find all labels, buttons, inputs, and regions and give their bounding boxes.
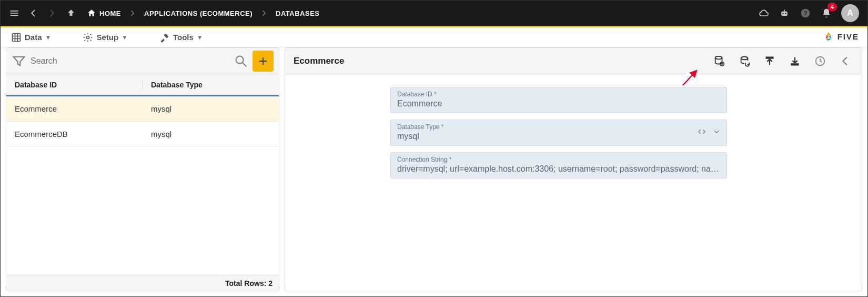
home-icon bbox=[87, 8, 96, 18]
brand-text: FIVE bbox=[837, 32, 859, 41]
breadcrumb-label: HOME bbox=[99, 9, 121, 17]
back-arrow-icon[interactable] bbox=[837, 53, 853, 69]
plus-icon bbox=[257, 55, 269, 67]
field-value: mysql bbox=[397, 131, 720, 141]
svg-text:?: ? bbox=[803, 9, 807, 16]
field-label: Database ID * bbox=[397, 91, 720, 98]
menu-data[interactable]: Data ▼ bbox=[6, 30, 56, 45]
cell-db-id: EcommerceDB bbox=[6, 130, 143, 138]
list-column-headers: Database ID Database Type bbox=[6, 74, 279, 96]
gear-icon bbox=[83, 32, 93, 43]
menu-bar: Data ▼ Setup ▼ Tools ▼ FIVE bbox=[1, 27, 867, 47]
field-database-type[interactable]: Database Type * mysql bbox=[390, 120, 727, 146]
hamburger-menu-icon[interactable] bbox=[5, 4, 24, 23]
field-value: Ecommerce bbox=[397, 98, 720, 108]
menu-label: Data bbox=[25, 33, 42, 42]
svg-point-9 bbox=[715, 56, 722, 59]
upload-icon[interactable] bbox=[762, 53, 778, 69]
list-rows: Ecommerce mysql EcommerceDB mysql bbox=[6, 96, 279, 275]
column-header-id[interactable]: Database ID bbox=[6, 81, 143, 89]
svg-rect-6 bbox=[13, 33, 21, 41]
download-icon[interactable] bbox=[787, 53, 803, 69]
svg-rect-0 bbox=[781, 12, 788, 16]
list-footer-total: Total Rows: 2 bbox=[6, 275, 279, 291]
svg-point-7 bbox=[87, 36, 89, 38]
field-connection-string[interactable]: Connection String * driver=mysql; url=ex… bbox=[390, 152, 727, 179]
column-header-type[interactable]: Database Type bbox=[143, 81, 279, 89]
caret-down-icon: ▼ bbox=[45, 34, 52, 41]
brand-mark-icon bbox=[823, 31, 834, 42]
database-detail-panel: Ecommerce bbox=[285, 47, 862, 291]
svg-point-11 bbox=[741, 56, 748, 60]
avatar-letter: A bbox=[847, 8, 853, 18]
add-database-button[interactable] bbox=[253, 51, 274, 72]
create-table-icon[interactable] bbox=[711, 53, 727, 69]
notifications-icon[interactable]: 4 bbox=[817, 4, 836, 23]
svg-point-2 bbox=[785, 13, 786, 15]
cell-db-id: Ecommerce bbox=[6, 104, 143, 113]
top-navbar: HOME APPLICATIONS (ECOMMERCE) DATABASES … bbox=[1, 1, 867, 26]
search-icon[interactable] bbox=[234, 54, 248, 68]
table-row[interactable]: Ecommerce mysql bbox=[6, 96, 279, 122]
nav-back-icon[interactable] bbox=[24, 4, 43, 23]
menu-setup[interactable]: Setup ▼ bbox=[77, 30, 133, 45]
help-icon[interactable]: ? bbox=[796, 4, 815, 23]
database-list-panel: Database ID Database Type Ecommerce mysq… bbox=[6, 47, 279, 291]
filter-icon[interactable] bbox=[12, 54, 26, 68]
breadcrumb-databases[interactable]: DATABASES bbox=[271, 9, 324, 17]
detail-header: Ecommerce bbox=[285, 48, 862, 74]
notification-badge: 4 bbox=[827, 3, 837, 11]
menu-label: Setup bbox=[96, 33, 118, 42]
field-label: Connection String * bbox=[397, 156, 720, 163]
topbar-right-actions: ? 4 A bbox=[754, 4, 863, 23]
chevron-right-icon bbox=[259, 9, 269, 17]
svg-point-1 bbox=[782, 13, 784, 15]
bot-icon[interactable] bbox=[775, 4, 794, 23]
content-area: Database ID Database Type Ecommerce mysq… bbox=[1, 47, 867, 296]
brand-logo: FIVE bbox=[823, 31, 859, 42]
breadcrumb-label: APPLICATIONS (ECOMMERCE) bbox=[144, 9, 253, 17]
page-title: Ecommerce bbox=[294, 56, 344, 66]
field-label: Database Type * bbox=[397, 123, 720, 131]
avatar[interactable]: A bbox=[841, 4, 859, 22]
caret-down-icon: ▼ bbox=[197, 34, 203, 41]
cloud-deploy-icon[interactable] bbox=[754, 4, 773, 23]
menu-tools[interactable]: Tools ▼ bbox=[154, 30, 208, 45]
cell-db-type: mysql bbox=[143, 104, 279, 113]
caret-down-icon: ▼ bbox=[122, 34, 128, 41]
svg-rect-3 bbox=[784, 9, 785, 11]
breadcrumb-applications[interactable]: APPLICATIONS (ECOMMERCE) bbox=[140, 9, 257, 17]
detail-form: Database ID * Ecommerce Database Type * … bbox=[285, 74, 862, 185]
chevron-right-icon bbox=[127, 9, 138, 17]
field-database-id[interactable]: Database ID * Ecommerce bbox=[390, 87, 727, 113]
sync-database-icon[interactable] bbox=[736, 53, 752, 69]
detail-actions bbox=[711, 53, 853, 69]
list-toolbar bbox=[6, 48, 279, 74]
breadcrumb-label: DATABASES bbox=[276, 9, 319, 17]
breadcrumb: HOME APPLICATIONS (ECOMMERCE) DATABASES bbox=[83, 8, 324, 18]
nav-forward-icon bbox=[43, 4, 62, 23]
chevron-down-icon[interactable] bbox=[712, 127, 721, 138]
tools-icon bbox=[159, 32, 170, 43]
code-icon[interactable] bbox=[697, 127, 706, 138]
grid-icon bbox=[11, 32, 22, 43]
nav-up-icon[interactable] bbox=[62, 4, 80, 23]
svg-point-8 bbox=[236, 56, 244, 63]
breadcrumb-home[interactable]: HOME bbox=[83, 8, 125, 18]
search-input[interactable] bbox=[31, 56, 229, 66]
table-row[interactable]: EcommerceDB mysql bbox=[6, 122, 279, 147]
cell-db-type: mysql bbox=[143, 130, 279, 138]
field-value: driver=mysql; url=example.host.com:3306;… bbox=[397, 163, 720, 174]
menu-label: Tools bbox=[173, 33, 194, 42]
history-icon[interactable] bbox=[812, 53, 828, 69]
